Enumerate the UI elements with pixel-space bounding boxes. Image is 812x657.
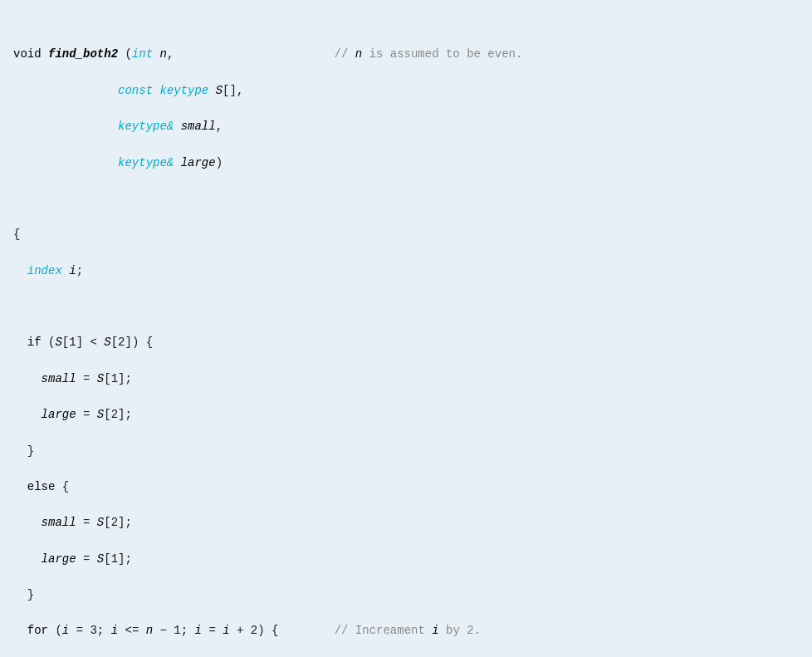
- line-small-s2: small = S[2];: [13, 514, 799, 532]
- var-small-param: small: [181, 120, 216, 133]
- var-i-init: i: [62, 624, 69, 637]
- kw-else-1: else: [27, 480, 56, 493]
- type-const-keytype: const: [118, 84, 153, 97]
- var-S-idx2: S: [97, 408, 104, 421]
- kw-if-1: if: [27, 336, 42, 349]
- code-block: void find_both2 (int n, // n is assumed …: [13, 7, 799, 657]
- line-else-1: else {: [13, 478, 799, 497]
- comment-1: // n is assumed to be even.: [335, 47, 523, 61]
- var-small-1: small: [42, 372, 76, 385]
- line-close-2: }: [13, 586, 799, 605]
- line-param-large: keytype& large): [13, 154, 799, 173]
- line-large-s2: large = S[2];: [13, 406, 799, 424]
- var-S: S: [216, 84, 223, 97]
- var-S-idx1b: S: [97, 552, 104, 566]
- var-S-1: S: [55, 336, 61, 349]
- line-open-brace: {: [13, 226, 799, 244]
- type-keytype-ref-large: keytype&: [118, 156, 174, 169]
- kw-void: void: [13, 47, 42, 61]
- type-int: int: [132, 47, 153, 61]
- line-for: for (i = 3; i <= n − 1; i = i + 2) { // …: [13, 622, 799, 640]
- type-keytype-1: keytype: [159, 84, 208, 97]
- line-large-s1: large = S[1];: [13, 551, 799, 569]
- var-i-cond: i: [111, 624, 118, 637]
- line-func-sig: void find_both2 (int n, // n is assumed …: [13, 46, 799, 64]
- type-index: index: [27, 264, 62, 277]
- var-S-2: S: [104, 336, 110, 349]
- line-blank-2: [13, 298, 799, 316]
- var-i-decl: i: [69, 264, 76, 277]
- kw-for: for: [27, 624, 48, 637]
- var-i-incr: i: [195, 624, 202, 637]
- line-blank-1: [13, 190, 799, 208]
- fn-name: find_both2: [48, 47, 118, 61]
- line-param-small: keytype& small,: [13, 118, 799, 136]
- var-large-2: large: [42, 552, 76, 566]
- var-small-2: small: [42, 516, 76, 529]
- type-keytype-ref-small: keytype&: [118, 120, 174, 133]
- line-if-s1-s2: if (S[1] < S[2]) {: [13, 334, 799, 352]
- plain-open-brace: {: [13, 228, 20, 241]
- line-index-decl: index i;: [13, 262, 799, 281]
- var-large-1: large: [42, 408, 76, 421]
- plain-paren: (: [125, 47, 131, 61]
- var-n: n: [159, 47, 166, 61]
- var-i-incr2: i: [223, 624, 229, 637]
- line-close-1: }: [13, 443, 799, 461]
- var-S-idx2b: S: [97, 516, 104, 529]
- line-small-s1: small = S[1];: [13, 370, 799, 389]
- var-n-cond: n: [146, 624, 153, 637]
- var-large-param: large: [181, 156, 216, 169]
- var-S-idx1: S: [97, 372, 104, 385]
- line-param-s: const keytype S[],: [13, 82, 799, 101]
- comment-2: // Increament i by 2.: [335, 624, 481, 637]
